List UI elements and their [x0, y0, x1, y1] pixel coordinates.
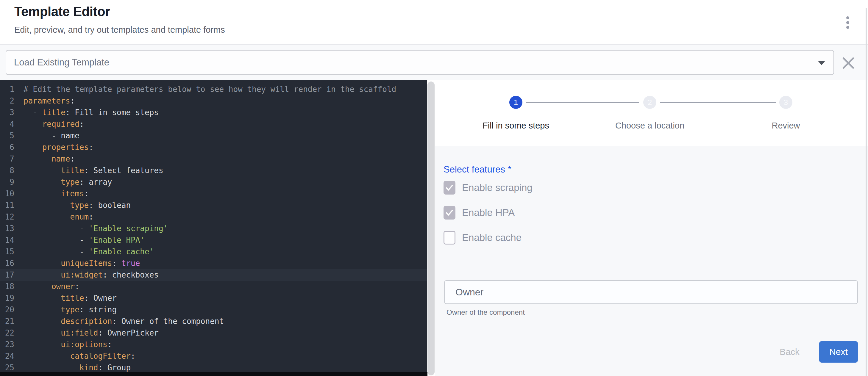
line-number: 1	[0, 83, 14, 95]
editor-line: 13 - 'Enable scraping'	[0, 223, 427, 234]
load-template-placeholder: Load Existing Template	[14, 50, 109, 74]
line-number: 24	[0, 350, 14, 362]
code-text: uniqueItems: true	[24, 259, 140, 268]
code-text: - 'Enable HPA'	[24, 236, 145, 244]
editor-scrollbar[interactable]	[428, 81, 435, 375]
code-text: # Edit the template parameters below to …	[24, 85, 396, 94]
editor-line: 15 - 'Enable cache'	[0, 246, 427, 258]
line-number: 14	[0, 234, 14, 246]
checkbox[interactable]	[443, 181, 456, 195]
checkmark-icon	[445, 183, 454, 193]
checkbox[interactable]	[443, 206, 456, 219]
code-text: parameters:	[24, 96, 75, 105]
step-circle: 1	[509, 96, 522, 109]
code-text: description: Owner of the component	[24, 317, 224, 326]
editor-line: 1# Edit the template parameters below to…	[0, 83, 427, 95]
editor-line: 17 ui:widget: checkboxes	[0, 269, 427, 281]
editor-line: 2parameters:	[0, 95, 427, 107]
select-features-text: Select features	[443, 164, 505, 175]
checkbox-row: Enable cache	[443, 231, 522, 244]
line-number: 6	[0, 142, 14, 153]
code-text: properties:	[24, 143, 93, 152]
code-text: title: Select features	[24, 166, 163, 175]
checkbox-label: Enable HPA	[462, 207, 515, 218]
checkmark-icon	[445, 208, 454, 217]
code-text: catalogFilter:	[24, 352, 135, 361]
code-text: ui:options:	[24, 340, 112, 349]
page-title: Template Editor	[14, 4, 110, 19]
code-text: owner:	[24, 282, 80, 291]
editor-line: 10 items:	[0, 188, 427, 200]
step-connector	[526, 102, 639, 103]
editor-line: 24 catalogFilter:	[0, 350, 427, 362]
line-number: 2	[0, 95, 14, 107]
next-button[interactable]: Next	[819, 341, 858, 363]
caret-down-icon	[818, 61, 825, 65]
template-editor-page: Template Editor Edit, preview, and try o…	[0, 0, 868, 376]
required-asterisk: *	[508, 164, 512, 175]
code-text: type: array	[24, 178, 112, 186]
editor-line: 21 description: Owner of the component	[0, 316, 427, 327]
checkbox-label: Enable scraping	[462, 182, 532, 193]
editor-line: 8 title: Select features	[0, 165, 427, 176]
editor-line: 9 type: array	[0, 176, 427, 188]
clear-template-button[interactable]	[840, 55, 857, 71]
editor-line: 19 title: Owner	[0, 293, 427, 304]
code-text: items:	[24, 189, 89, 198]
page-subtitle: Edit, preview, and try out templates and…	[14, 25, 225, 35]
line-number: 21	[0, 316, 14, 327]
line-number: 3	[0, 107, 14, 118]
code-text: - 'Enable scraping'	[24, 224, 168, 233]
stepper: 1Fill in some steps2Choose a location3Re…	[435, 80, 868, 146]
line-number: 22	[0, 327, 14, 339]
checkbox[interactable]	[443, 231, 456, 244]
code-text: ui:field: OwnerPicker	[24, 329, 159, 337]
editor-line: 14 - 'Enable HPA'	[0, 234, 427, 246]
checkbox-row: Enable scraping	[443, 181, 532, 195]
line-number: 23	[0, 339, 14, 350]
form-preview-panel: 1Fill in some steps2Choose a location3Re…	[435, 80, 868, 376]
step-circle: 3	[779, 96, 793, 109]
code-text: - name	[24, 131, 80, 140]
editor-line: 20 type: string	[0, 304, 427, 316]
line-number: 11	[0, 200, 14, 211]
step-circle: 2	[643, 96, 656, 109]
line-number: 4	[0, 118, 14, 130]
line-number: 10	[0, 188, 14, 200]
owner-input[interactable]: Owner	[444, 280, 858, 304]
form-card: Select features* Enable scrapingEnable H…	[435, 146, 868, 376]
code-text: ui:widget: checkboxes	[24, 270, 159, 279]
back-button[interactable]: Back	[772, 347, 807, 357]
page-scrollbar[interactable]	[866, 8, 867, 376]
checkbox-label: Enable cache	[462, 232, 522, 243]
editor-line: 4 required:	[0, 118, 427, 130]
editor-line: 6 properties:	[0, 142, 427, 153]
more-options-button[interactable]	[841, 13, 855, 32]
code-text: - 'Enable cache'	[24, 247, 154, 256]
editor-line: 3 - title: Fill in some steps	[0, 107, 427, 118]
line-number: 12	[0, 211, 14, 223]
line-number: 18	[0, 281, 14, 293]
line-number: 9	[0, 176, 14, 188]
editor-line: 11 type: boolean	[0, 200, 427, 211]
step-label: Fill in some steps	[456, 121, 576, 131]
code-editor[interactable]: 1# Edit the template parameters below to…	[0, 80, 427, 376]
editor-line: 18 owner:	[0, 281, 427, 293]
editor-horizontal-scrollbar[interactable]	[0, 372, 428, 376]
kebab-icon	[846, 16, 849, 29]
editor-line: 16 uniqueItems: true	[0, 258, 427, 269]
editor-line: 22 ui:field: OwnerPicker	[0, 327, 427, 339]
editor-line: 5 - name	[0, 130, 427, 142]
template-loader-row: Load Existing Template	[0, 45, 868, 80]
code-text: type: string	[24, 305, 117, 314]
step-connector	[660, 102, 776, 103]
close-icon	[840, 55, 857, 71]
load-template-select[interactable]: Load Existing Template	[6, 50, 834, 75]
code-text: - title: Fill in some steps	[24, 108, 159, 117]
editor-line: 12 enum:	[0, 211, 427, 223]
line-number: 16	[0, 258, 14, 269]
line-number: 5	[0, 130, 14, 142]
line-number: 19	[0, 293, 14, 304]
step-label: Review	[726, 121, 845, 131]
code-text: enum:	[24, 212, 93, 221]
